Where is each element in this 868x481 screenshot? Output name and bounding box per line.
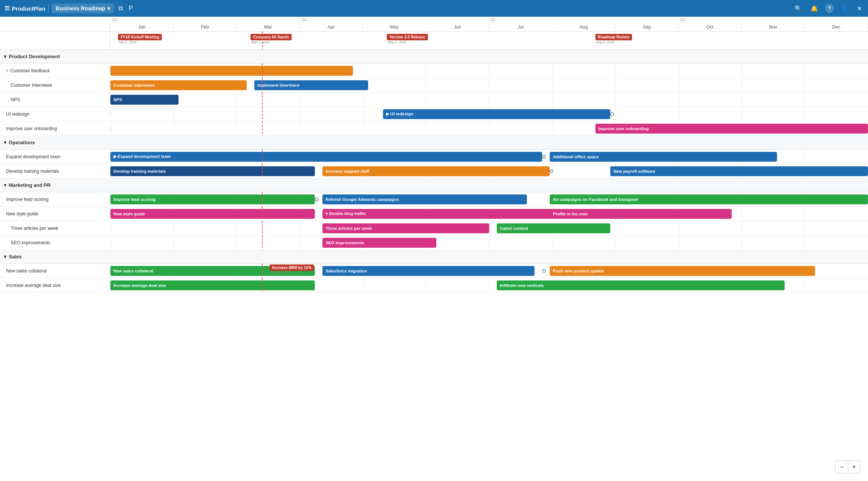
- gantt-bar[interactable]: Three articles per week: [322, 223, 489, 233]
- gantt-bar[interactable]: Implement UserVoice: [254, 80, 368, 90]
- month-grid-line: [742, 236, 742, 250]
- milestone-dot: [542, 155, 546, 159]
- month-grid-line: [805, 221, 805, 235]
- gantt-bar[interactable]: ▶ UI redesign: [383, 109, 610, 119]
- month-col-jan: JanQ3: [110, 17, 174, 31]
- month-col-mar: Mar: [237, 17, 300, 31]
- gantt-bar[interactable]: SEO improvements: [322, 238, 436, 248]
- roadmap-container: JanQ3FebMarAprQ4MayJunJulQ1AugSepOctQ2No…: [0, 17, 868, 481]
- month-grid-line: [805, 107, 805, 121]
- gantt-bar[interactable]: Ad campaigns on Facebook and Instagram: [550, 194, 868, 204]
- today-line-row: [262, 121, 263, 135]
- month-grid-line: [616, 78, 616, 92]
- gantt-row: SEO improvementsSEO improvements: [0, 236, 868, 250]
- month-grid-line: [616, 92, 616, 107]
- gantt-area: New style guide▾ Double blog trafficProf…: [110, 207, 868, 221]
- gantt-bar[interactable]: Profile in Inc.com: [550, 209, 732, 219]
- gantt-row: New sales collateralIncrease MRR by 10%M…: [0, 264, 868, 278]
- gantt-bar[interactable]: Infiltrate new verticals: [497, 280, 785, 290]
- group-header-sales[interactable]: ▾Sales: [0, 250, 868, 264]
- gantt-row: Improve lead scoringImprove lead scoring…: [0, 192, 868, 207]
- month-col-oct: OctQ2: [678, 17, 742, 31]
- zoom-in-button[interactable]: +: [848, 461, 860, 473]
- month-grid-line: [110, 236, 111, 250]
- gantt-bar[interactable]: Refresh Google Adwords campaigns: [322, 194, 527, 204]
- month-grid-line: [363, 92, 363, 107]
- month-grid-line: [805, 64, 805, 78]
- group-header-product[interactable]: ▾Product Development: [0, 50, 868, 64]
- gantt-bar[interactable]: Improve user onboarding: [595, 124, 868, 134]
- month-col-apr: AprQ4: [300, 17, 363, 31]
- gantt-bar[interactable]: Improve lead scoring: [110, 194, 315, 204]
- month-grid-line: [552, 78, 553, 92]
- roadmap-title-button[interactable]: Business Roadmap ▾: [52, 3, 114, 13]
- milestone-1[interactable]: Company All HandsMar 2, 2020: [251, 34, 292, 44]
- month-grid-line: [805, 236, 805, 250]
- gantt-bar[interactable]: Increase average deal size: [110, 280, 315, 290]
- milestone-mrr[interactable]: Increase MRR by 10%Mar 28, 2020: [270, 264, 314, 275]
- gantt-row: Customer InterviewsCustomer InterviewsIm…: [0, 78, 868, 92]
- quarter-label-Q3: Q3: [112, 18, 117, 22]
- month-grid-line: [552, 236, 553, 250]
- gantt-bar[interactable]: Salesforce migration: [322, 266, 535, 276]
- today-line-row: [262, 107, 263, 121]
- gantt-area: Improve lead scoringRefresh Google Adwor…: [110, 192, 868, 206]
- copy-button[interactable]: ⧉: [117, 3, 124, 13]
- notifications-button[interactable]: 🔔: [809, 3, 820, 14]
- row-label: ▾ Customer feedback: [0, 68, 110, 73]
- gantt-bar[interactable]: Gated content: [497, 223, 611, 233]
- gantt-bar[interactable]: Develop training materials: [110, 166, 315, 176]
- gantt-bar[interactable]: ▾ Double blog traffic: [322, 209, 565, 219]
- gantt-bar[interactable]: Additional office space: [550, 152, 777, 162]
- search-button[interactable]: 🔍: [793, 3, 804, 14]
- month-grid-line: [679, 236, 679, 250]
- group-arrow-icon: ▾: [4, 254, 6, 260]
- save-button[interactable]: P: [127, 3, 134, 13]
- month-grid-line: [805, 92, 805, 107]
- roadmap-title-label: Business Roadmap: [56, 5, 105, 11]
- month-grid-line: [426, 64, 426, 78]
- month-grid-line: [237, 92, 237, 107]
- hamburger-icon[interactable]: ☰: [5, 5, 10, 12]
- milestone-0[interactable]: FY18 Kickoff MeetingJan 3, 2020: [118, 34, 162, 44]
- milestone-3[interactable]: Roadmap ReviewAug 9, 2020: [595, 34, 632, 44]
- gantt-bar[interactable]: New style guide: [110, 209, 315, 219]
- gantt-area: NPS: [110, 92, 868, 107]
- nav-left: ☰ ProductPlan Business Roadmap ▾ ⧉ P: [5, 3, 134, 13]
- user-button[interactable]: 👤: [839, 3, 850, 14]
- month-grid-line: [237, 121, 237, 135]
- month-grid-line: [742, 78, 742, 92]
- timeline-months: JanQ3FebMarAprQ4MayJunJulQ1AugSepOctQ2No…: [110, 17, 868, 31]
- month-col-nov: Nov: [742, 17, 805, 31]
- month-grid-line: [616, 64, 616, 78]
- row-label: UI redesign: [0, 111, 110, 117]
- month-grid-line: [679, 221, 679, 235]
- group-header-operations[interactable]: ▾Operations: [0, 136, 868, 150]
- month-grid-line: [679, 107, 679, 121]
- gantt-bar[interactable]: Customer Interviews: [110, 80, 247, 90]
- gantt-bar[interactable]: [110, 66, 353, 76]
- gantt-bar[interactable]: ▶ Expand development team: [110, 152, 542, 162]
- gantt-bar[interactable]: Increase support staff: [322, 166, 550, 176]
- month-col-feb: Feb: [174, 17, 237, 31]
- group-header-marketing[interactable]: ▾Marketing and PR: [0, 178, 868, 192]
- zoom-out-button[interactable]: −: [836, 461, 848, 473]
- brand-name: ProductPlan: [12, 5, 45, 12]
- month-grid-line: [742, 207, 742, 221]
- row-label-text: Customer feedback: [10, 68, 50, 73]
- top-navigation: ☰ ProductPlan Business Roadmap ▾ ⧉ P 🔍 🔔…: [0, 0, 868, 17]
- month-grid-line: [489, 278, 490, 292]
- month-grid-line: [742, 64, 742, 78]
- gantt-bar[interactable]: Push new product update: [550, 266, 815, 276]
- month-grid-line: [679, 64, 679, 78]
- month-col-sep: Sep: [616, 17, 679, 31]
- gantt-bar[interactable]: New payroll software: [610, 166, 868, 176]
- close-button[interactable]: ✕: [855, 3, 863, 14]
- milestone-2[interactable]: Version 2.0 ReleaseMay 2, 2020: [387, 34, 428, 44]
- gantt-area: SEO improvements: [110, 236, 868, 250]
- month-grid-line: [489, 92, 490, 107]
- month-grid-line: [552, 121, 553, 135]
- month-grid-line: [237, 236, 237, 250]
- gantt-bar[interactable]: NPS: [110, 95, 179, 105]
- help-button[interactable]: ?: [825, 4, 834, 13]
